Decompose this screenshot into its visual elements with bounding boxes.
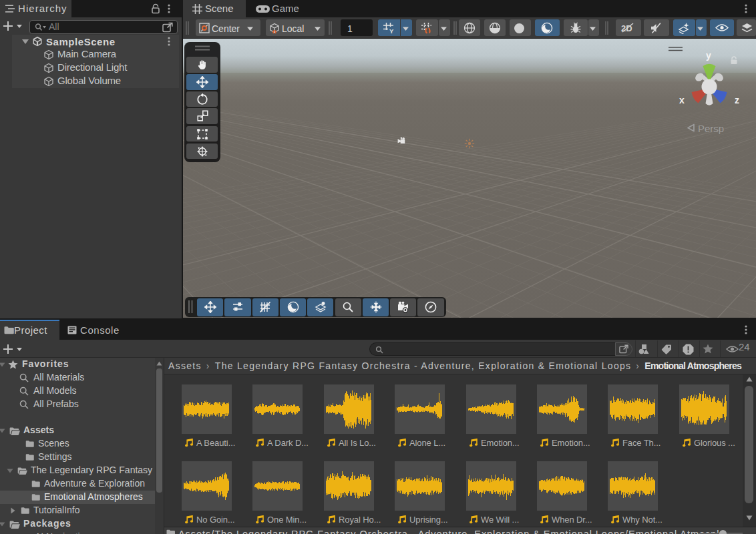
svg-text:y: y [706, 51, 711, 61]
svg-text:z: z [735, 95, 739, 105]
svg-text:Y: Y [389, 27, 394, 34]
svg-text:x: x [679, 95, 685, 105]
